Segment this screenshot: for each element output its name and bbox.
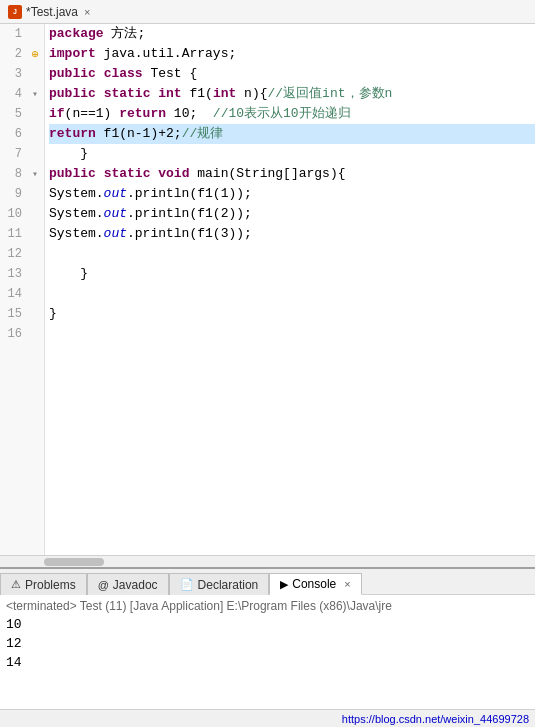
line-number: 12 <box>0 247 28 261</box>
line-number: 5 <box>0 107 28 121</box>
code-line[interactable]: System.out.println(f1(3)); <box>49 224 535 244</box>
code-line[interactable]: System.out.println(f1(1)); <box>49 184 535 204</box>
status-bar: https://blog.csdn.net/weixin_44699728 <box>0 709 535 727</box>
gutter-row: 1 <box>0 24 44 44</box>
gutter-row: 10 <box>0 204 44 224</box>
code-line[interactable]: System.out.println(f1(2)); <box>49 204 535 224</box>
gutter-row: 16 <box>0 324 44 344</box>
console-tab-label: Console <box>292 577 336 591</box>
console-output-line: 14 <box>6 653 529 672</box>
close-console-tab-button[interactable]: × <box>344 578 350 590</box>
console-output-area: <terminated> Test (11) [Java Application… <box>0 595 535 709</box>
java-file-icon: J <box>8 5 22 19</box>
line-number: 1 <box>0 27 28 41</box>
code-line[interactable]: } <box>49 264 535 284</box>
gutter-row: 4▾ <box>0 84 44 104</box>
bottom-tab-console[interactable]: ▶Console× <box>269 573 361 595</box>
close-editor-tab-button[interactable]: × <box>84 6 90 18</box>
declaration-tab-label: Declaration <box>198 578 259 592</box>
gutter-row: 11 <box>0 224 44 244</box>
console-output-line: 10 <box>6 615 529 634</box>
gutter-row: 8▾ <box>0 164 44 184</box>
line-number: 11 <box>0 227 28 241</box>
code-lines[interactable]: package 方法;import java.util.Arrays;publi… <box>45 24 535 555</box>
declaration-tab-icon: 📄 <box>180 578 194 591</box>
gutter-row: 14 <box>0 284 44 304</box>
code-line[interactable]: public static int f1(int n){//返回值int，参数n <box>49 84 535 104</box>
bottom-panel: ⚠Problems@Javadoc📄Declaration▶Console× <… <box>0 567 535 727</box>
code-line[interactable]: return f1(n-1)+2;//规律 <box>49 124 535 144</box>
code-line[interactable]: import java.util.Arrays; <box>49 44 535 64</box>
line-number: 13 <box>0 267 28 281</box>
line-number: 2 <box>0 47 28 61</box>
bottom-tab-problems[interactable]: ⚠Problems <box>0 573 87 595</box>
status-url-link[interactable]: https://blog.csdn.net/weixin_44699728 <box>342 713 529 725</box>
line-number: 3 <box>0 67 28 81</box>
gutter-row: 2⊕ <box>0 44 44 64</box>
editor-area: 12⊕34▾5678▾910111213141516 package 方法;im… <box>0 24 535 567</box>
bottom-tab-bar: ⚠Problems@Javadoc📄Declaration▶Console× <box>0 569 535 595</box>
javadoc-tab-label: Javadoc <box>113 578 158 592</box>
code-line[interactable]: } <box>49 304 535 324</box>
gutter-row: 6 <box>0 124 44 144</box>
gutter-row: 3 <box>0 64 44 84</box>
code-line[interactable] <box>49 244 535 264</box>
gutter-row: 5 <box>0 104 44 124</box>
title-bar: J *Test.java × <box>0 0 535 24</box>
code-line[interactable]: public static void main(String[]args){ <box>49 164 535 184</box>
console-tab-icon: ▶ <box>280 578 288 591</box>
problems-tab-icon: ⚠ <box>11 578 21 591</box>
line-number: 6 <box>0 127 28 141</box>
line-number: 15 <box>0 307 28 321</box>
gutter-row: 15 <box>0 304 44 324</box>
line-number: 16 <box>0 327 28 341</box>
line-number: 4 <box>0 87 28 101</box>
code-line[interactable]: public class Test { <box>49 64 535 84</box>
code-line[interactable] <box>49 284 535 304</box>
scrollbar-thumb[interactable] <box>44 558 104 566</box>
code-line[interactable]: package 方法; <box>49 24 535 44</box>
bottom-tab-javadoc[interactable]: @Javadoc <box>87 573 169 595</box>
line-number: 10 <box>0 207 28 221</box>
problems-tab-label: Problems <box>25 578 76 592</box>
code-line[interactable]: } <box>49 144 535 164</box>
bottom-tab-declaration[interactable]: 📄Declaration <box>169 573 270 595</box>
horizontal-scrollbar[interactable] <box>0 555 535 567</box>
fold-arrow-icon[interactable]: ▾ <box>28 168 42 180</box>
editor-tab-title[interactable]: *Test.java <box>26 5 78 19</box>
console-output-line: 12 <box>6 634 529 653</box>
javadoc-tab-icon: @ <box>98 579 109 591</box>
gutter-row: 9 <box>0 184 44 204</box>
line-number: 8 <box>0 167 28 181</box>
gutter-row: 12 <box>0 244 44 264</box>
gutter-row: 13 <box>0 264 44 284</box>
fold-arrow-icon[interactable]: ▾ <box>28 88 42 100</box>
line-number: 14 <box>0 287 28 301</box>
gutter-row: 7 <box>0 144 44 164</box>
code-line[interactable]: if(n==1) return 10; //10表示从10开始递归 <box>49 104 535 124</box>
line-gutter: 12⊕34▾5678▾910111213141516 <box>0 24 45 555</box>
code-container: 12⊕34▾5678▾910111213141516 package 方法;im… <box>0 24 535 555</box>
console-terminated-header: <terminated> Test (11) [Java Application… <box>6 597 529 615</box>
code-line[interactable] <box>49 324 535 344</box>
line-number: 7 <box>0 147 28 161</box>
warning-icon[interactable]: ⊕ <box>28 47 42 62</box>
line-number: 9 <box>0 187 28 201</box>
